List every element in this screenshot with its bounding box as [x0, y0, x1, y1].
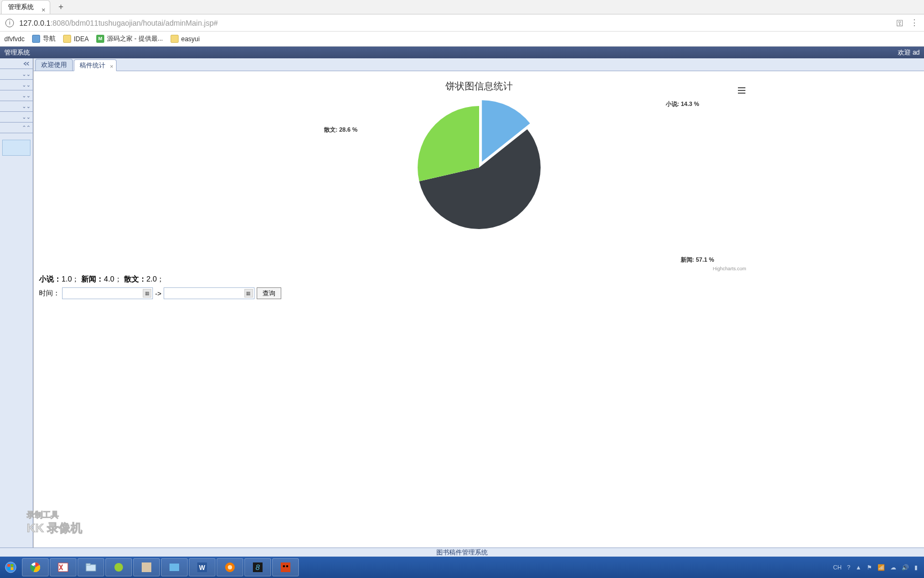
summary-text: 小说：1.0； 新闻：4.0； 散文：2.0；	[39, 275, 919, 284]
word-icon: W	[196, 561, 208, 573]
svg-rect-4	[7, 564, 10, 567]
help-icon[interactable]: ?	[847, 564, 850, 571]
chart-title: 饼状图信息统计	[212, 80, 746, 93]
new-tab-button[interactable]: +	[56, 2, 66, 12]
bookmarks-bar: dfvfvdc 导航 IDEA M源码之家 - 提供最... easyui	[0, 32, 924, 47]
svg-text:W: W	[199, 564, 205, 572]
chart-credits: Highcharts.com	[713, 266, 746, 271]
tray-up-icon[interactable]: ▲	[856, 564, 861, 571]
bookmark-item[interactable]: IDEA	[63, 35, 89, 43]
taskbar-item[interactable]	[105, 558, 132, 576]
date-from-input[interactable]: ▦	[62, 287, 153, 299]
taskbar-item[interactable]: W	[189, 558, 215, 576]
taskbar-item[interactable]	[133, 558, 160, 576]
app-icon	[224, 561, 236, 573]
taskbar-item[interactable]	[78, 558, 104, 576]
app-title: 管理系统	[4, 48, 30, 57]
site-icon: M	[96, 35, 104, 43]
chevron-down-icon: ⌄⌄	[22, 82, 30, 88]
lang-indicator[interactable]: CH	[833, 564, 842, 571]
svg-rect-22	[281, 562, 290, 572]
footer-bar: 图书稿件管理系统	[0, 547, 924, 557]
taskbar-item[interactable]: 8	[244, 558, 271, 576]
pie-chart	[410, 98, 549, 237]
slice-label-prose: 散文: 28.6 %	[324, 126, 358, 134]
calendar-icon[interactable]: ▦	[244, 289, 253, 298]
sidebar: ⌄⌄ ⌄⌄ ⌄⌄ ⌄⌄ ⌄⌄ ⌃⌃	[0, 58, 33, 547]
bookmark-item[interactable]: M源码之家 - 提供最...	[96, 34, 163, 43]
site-info-icon[interactable]: i	[5, 19, 14, 27]
app-icon: 8	[252, 561, 264, 573]
tray-icon[interactable]: ▮	[914, 564, 918, 571]
main-area: 欢迎使用 稿件统计 × 饼状图信息统计 小说: 14.3 %	[33, 58, 924, 547]
tab-stats[interactable]: 稿件统计 ×	[74, 59, 117, 71]
bookmark-item[interactable]: easyui	[171, 35, 200, 43]
taskbar-item[interactable]	[22, 558, 49, 576]
svg-point-24	[286, 565, 288, 567]
folder-icon	[171, 35, 179, 43]
app-icon	[280, 561, 291, 573]
time-filter-row: 时间： ▦ -> ▦ 查询	[39, 287, 919, 299]
app-icon	[141, 561, 152, 573]
close-icon[interactable]: ×	[41, 3, 45, 17]
sidebar-item[interactable]: ⌄⌄	[0, 90, 33, 101]
page-icon	[32, 35, 40, 43]
chevron-down-icon: ⌄⌄	[22, 71, 30, 77]
svg-rect-11	[86, 565, 96, 571]
taskbar: W 8 CH ? ▲ ⚑ 📶 ☁ 🔊 ▮	[0, 557, 924, 578]
arrow-text: ->	[155, 290, 161, 298]
tab-welcome[interactable]: 欢迎使用	[35, 59, 73, 71]
app-icon	[168, 561, 180, 573]
svg-rect-5	[11, 564, 13, 567]
calendar-icon[interactable]: ▦	[143, 289, 151, 298]
app-icon	[57, 561, 69, 573]
volume-icon[interactable]: 🔊	[902, 564, 909, 571]
browser-tab-title: 管理系统	[8, 3, 34, 11]
start-button[interactable]	[0, 557, 21, 578]
sidebar-item[interactable]: ⌄⌄	[0, 101, 33, 112]
welcome-text: 欢迎 ad	[898, 48, 920, 57]
browser-tab[interactable]: 管理系统 ×	[1, 0, 50, 14]
time-label: 时间：	[39, 288, 60, 298]
svg-rect-12	[86, 564, 90, 565]
svg-point-19	[228, 565, 232, 569]
close-icon[interactable]: ×	[110, 61, 113, 72]
tray-icon[interactable]: ☁	[890, 564, 896, 571]
svg-rect-6	[7, 567, 10, 570]
windows-icon	[5, 561, 17, 573]
slice-label-news: 新闻: 57.1 %	[681, 256, 714, 264]
taskbar-item[interactable]	[50, 558, 76, 576]
chart-menu-button[interactable]	[737, 86, 746, 97]
sidebar-item[interactable]: ⌄⌄	[0, 69, 33, 80]
folder-icon	[85, 561, 97, 573]
slice-label-novel: 小说: 14.3 %	[666, 100, 699, 108]
sidebar-collapse-button[interactable]	[0, 58, 33, 69]
browser-tab-strip: 管理系统 × +	[0, 0, 924, 14]
tray-icon[interactable]: ⚑	[867, 564, 872, 571]
url-input[interactable]: 127.0.0.1:8080/bdm011tushugaojian/houtai…	[19, 19, 896, 27]
chevron-down-icon: ⌄⌄	[22, 93, 30, 98]
more-icon[interactable]: ⋮	[910, 18, 919, 28]
bookmark-item[interactable]: dfvfvdc	[4, 35, 25, 43]
svg-rect-14	[142, 562, 151, 572]
svg-rect-15	[170, 564, 179, 571]
date-to-input[interactable]: ▦	[164, 287, 255, 299]
taskbar-item[interactable]	[161, 558, 188, 576]
system-tray: CH ? ▲ ⚑ 📶 ☁ 🔊 ▮	[833, 564, 924, 571]
collapse-icon	[23, 60, 30, 67]
taskbar-item[interactable]	[217, 558, 243, 576]
network-icon[interactable]: 📶	[877, 564, 885, 571]
chart-container: 饼状图信息统计 小说: 14.3 % 新闻: 57.1 % 散文: 28.6 %…	[212, 80, 746, 269]
taskbar-item[interactable]	[272, 558, 299, 576]
password-key-icon[interactable]: ⚿	[896, 19, 904, 27]
hamburger-icon	[737, 86, 746, 95]
sidebar-item[interactable]: ⌄⌄	[0, 80, 33, 90]
tab-strip: 欢迎使用 稿件统计 ×	[34, 58, 924, 71]
sidebar-item[interactable]: ⌃⌃	[0, 123, 33, 133]
bookmark-item[interactable]: 导航	[32, 34, 56, 43]
query-button[interactable]: 查询	[257, 287, 281, 299]
chevron-down-icon: ⌄⌄	[22, 114, 30, 120]
sidebar-item[interactable]: ⌄⌄	[0, 112, 33, 123]
svg-rect-10	[58, 563, 68, 572]
app-icon	[113, 561, 125, 573]
